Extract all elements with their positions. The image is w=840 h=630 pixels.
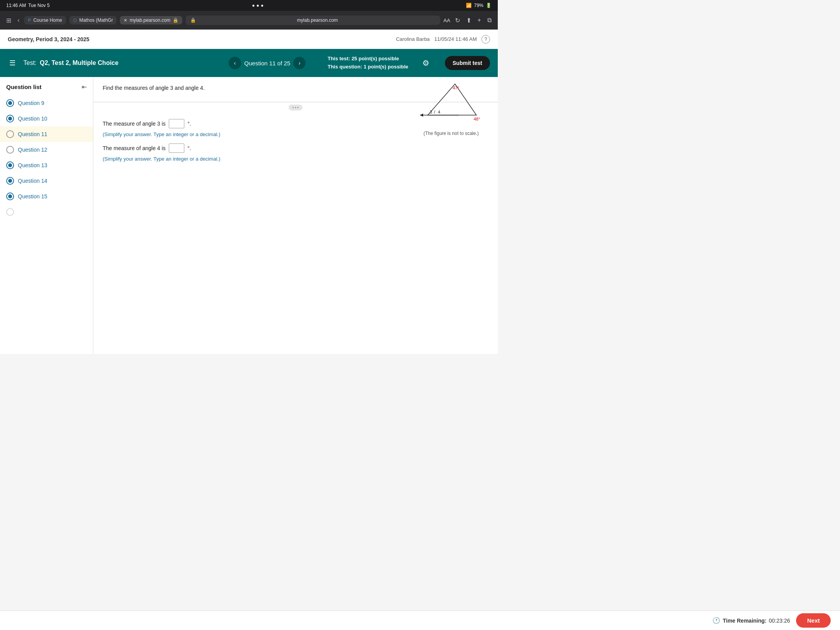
question-points-line: This question: 1 point(s) possible <box>327 63 408 71</box>
status-bar: 11:46 AM Tue Nov 5 ● ● ● 📶 79% 🔋 <box>0 0 498 11</box>
battery-icon: 🔋 <box>486 3 492 8</box>
share-btn[interactable]: ⬆ <box>465 15 473 26</box>
test-title: Q2, Test 2, Multiple Choice <box>40 60 118 66</box>
url-lock-icon: 🔒 <box>190 18 196 23</box>
status-time: 11:46 AM <box>6 3 26 8</box>
main-content: Question list ⇤ Question 9 Question 10 Q… <box>0 77 498 354</box>
sidebar-item-more <box>0 204 93 220</box>
this-question-value: 1 point(s) possible <box>364 64 408 70</box>
browser-chrome: ⊞ ‹ P Course Home ⬡ Mathos (MathGr ✕ myl… <box>0 11 498 30</box>
q14-label: Question 14 <box>18 178 47 184</box>
this-test-value: 25 point(s) possible <box>352 56 399 61</box>
question-sidebar: Question list ⇤ Question 9 Question 10 Q… <box>0 77 93 354</box>
settings-btn[interactable]: ⚙ <box>421 57 431 69</box>
angle4-suffix: °. <box>187 145 191 151</box>
q11-label: Question 11 <box>18 131 47 137</box>
url-text: mylab.pearson.com <box>199 18 436 23</box>
question-label: Question 11 of 25 <box>244 60 290 66</box>
test-title-container: Test: Q2, Test 2, Multiple Choice <box>23 60 119 66</box>
next-question-btn[interactable]: › <box>293 57 306 69</box>
angle3-prompt: The measure of angle 3 is <box>103 121 166 127</box>
test-points-line: This test: 25 point(s) possible <box>327 55 408 63</box>
angle4-input[interactable] <box>169 144 184 153</box>
status-left: 11:46 AM Tue Nov 5 <box>6 3 50 8</box>
status-center: ● ● ● <box>252 3 264 8</box>
svg-marker-7 <box>420 114 423 117</box>
sidebar-item-question-9[interactable]: Question 9 <box>0 95 93 111</box>
prev-question-btn[interactable]: ‹ <box>229 57 241 69</box>
hamburger-btn[interactable]: ☰ <box>8 57 17 69</box>
lock-icon: 🔒 <box>173 18 178 23</box>
sidebar-item-question-14[interactable]: Question 14 <box>0 173 93 189</box>
svg-text:48°: 48° <box>474 117 480 121</box>
tab-mathos-icon: ⬡ <box>73 18 77 23</box>
q12-label: Question 12 <box>18 147 47 153</box>
page-header: Geometry, Period 3, 2024 - 2025 Carolina… <box>0 30 498 49</box>
angle4-row: The measure of angle 4 is °. <box>103 144 488 153</box>
q10-label: Question 10 <box>18 116 47 122</box>
angle4-hint: (Simplify your answer. Type an integer o… <box>103 156 488 162</box>
angle3-input[interactable] <box>169 119 184 128</box>
tabs-btn[interactable]: ⧉ <box>486 15 493 25</box>
status-right: 📶 79% 🔋 <box>466 3 492 8</box>
tab-course[interactable]: P Course Home <box>24 16 66 24</box>
help-icon[interactable]: ? <box>481 35 490 44</box>
tab-course-label: Course Home <box>33 18 62 23</box>
sidebar-item-question-11[interactable]: Question 11 <box>0 126 93 142</box>
q15-radio <box>6 192 14 200</box>
svg-text:47°: 47° <box>453 86 459 90</box>
angle4-prompt: The measure of angle 4 is <box>103 145 166 151</box>
angle3-suffix: °. <box>187 121 191 127</box>
tab-pearson-icon: ✕ <box>124 18 127 23</box>
wifi-icon: 📶 <box>466 3 472 8</box>
reload-btn[interactable]: ↻ <box>453 15 462 26</box>
user-name: Carolina Barba <box>396 36 430 42</box>
collapse-sidebar-btn[interactable]: ⇤ <box>82 83 87 91</box>
test-header: ☰ Test: Q2, Test 2, Multiple Choice ‹ Qu… <box>0 49 498 77</box>
svg-text:4: 4 <box>438 110 440 114</box>
question-list-title: Question list <box>6 84 42 90</box>
url-bar[interactable]: 🔒 mylab.pearson.com <box>186 16 440 25</box>
course-title: Geometry, Period 3, 2024 - 2025 <box>8 36 89 42</box>
figure-container: 47° 3 / 4 48° (The figure is not to scal… <box>420 81 482 136</box>
question-nav: ‹ Question 11 of 25 › <box>229 57 306 69</box>
q13-label: Question 13 <box>18 162 47 168</box>
date-time: 11/05/24 11:46 AM <box>434 36 477 42</box>
svg-text:/: / <box>434 110 436 114</box>
more-radio <box>6 208 14 216</box>
sidebar-toggle-btn[interactable]: ⊞ <box>5 15 13 26</box>
submit-test-btn[interactable]: Submit test <box>445 56 490 70</box>
q9-radio <box>6 99 14 107</box>
tab-mathos[interactable]: ⬡ Mathos (MathGr <box>69 16 117 24</box>
triangle-svg: 47° 3 / 4 48° <box>420 81 482 128</box>
font-size-btn[interactable]: AA <box>443 18 450 23</box>
sidebar-item-question-13[interactable]: Question 13 <box>0 158 93 173</box>
q12-radio <box>6 146 14 154</box>
tab-pearson[interactable]: ✕ mylab.pearson.com 🔒 <box>120 16 182 24</box>
q9-label: Question 9 <box>18 100 44 106</box>
svg-text:3: 3 <box>430 110 432 114</box>
figure-caption: (The figure is not to scale.) <box>420 131 482 136</box>
tab-mathos-label: Mathos (MathGr <box>79 18 113 23</box>
sidebar-item-question-12[interactable]: Question 12 <box>0 142 93 158</box>
question-content-panel: Find the measures of angle 3 and angle 4… <box>93 77 498 354</box>
back-btn[interactable]: ‹ <box>16 15 21 25</box>
q13-radio <box>6 161 14 169</box>
sidebar-item-question-10[interactable]: Question 10 <box>0 111 93 126</box>
tab-course-icon: P <box>28 18 31 23</box>
battery-level: 79% <box>474 3 483 8</box>
q10-radio <box>6 115 14 122</box>
q11-radio <box>6 130 14 138</box>
user-info: Carolina Barba 11/05/24 11:46 AM ? <box>396 35 490 44</box>
test-info: This test: 25 point(s) possible This que… <box>327 55 408 71</box>
test-label: Test: <box>23 60 37 66</box>
sidebar-header: Question list ⇤ <box>0 83 93 95</box>
tab-pearson-label: mylab.pearson.com <box>130 18 170 23</box>
new-tab-btn[interactable]: + <box>476 15 483 25</box>
status-day: Tue Nov 5 <box>28 3 50 8</box>
q15-label: Question 15 <box>18 193 47 200</box>
sidebar-item-question-15[interactable]: Question 15 <box>0 189 93 204</box>
q14-radio <box>6 177 14 185</box>
this-question-label: This question: <box>327 64 362 70</box>
this-test-label: This test: <box>327 56 350 61</box>
